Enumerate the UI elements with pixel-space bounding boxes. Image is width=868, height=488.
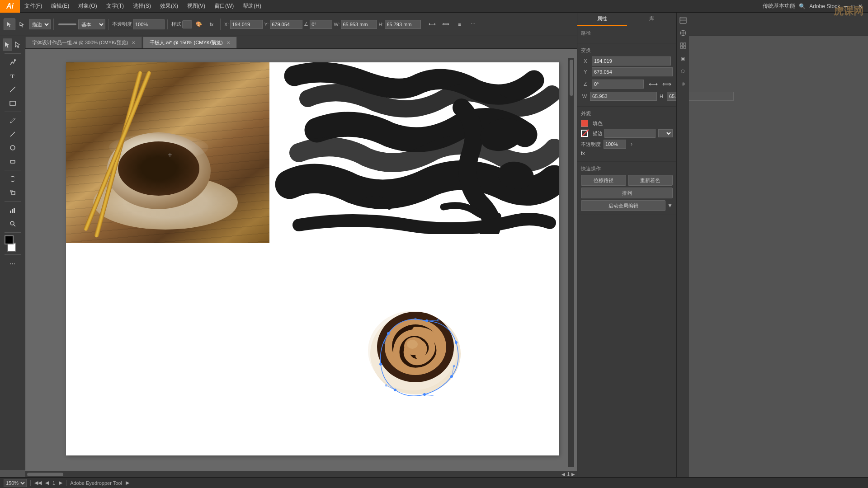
- panel-icon-2[interactable]: [678, 28, 688, 38]
- tool-separator-5: [5, 232, 21, 233]
- zoom-select[interactable]: 150%: [4, 479, 27, 487]
- panel-icon-1[interactable]: [678, 15, 688, 25]
- fx-icon[interactable]: fx: [206, 19, 217, 30]
- stroke-type-select[interactable]: 基本: [78, 19, 105, 29]
- arrange-btn[interactable]: 排列: [581, 188, 673, 198]
- menu-help[interactable]: 帮助(H): [238, 0, 266, 12]
- rotate-tool[interactable]: [3, 173, 23, 185]
- recolor-icon[interactable]: 🎨: [193, 19, 205, 30]
- x-input[interactable]: [230, 20, 263, 29]
- flip-v-icon[interactable]: ⟺: [661, 78, 673, 90]
- panel-icon-4[interactable]: ▣: [678, 53, 688, 63]
- prev-artboard-btn[interactable]: ◀: [45, 480, 49, 486]
- stroke-mode-select[interactable]: 描边: [29, 19, 51, 29]
- appearance-title: 外观: [581, 110, 673, 117]
- horizontal-scrollbar[interactable]: ◀ 1 ▶: [25, 471, 577, 477]
- select-tool-btn[interactable]: [4, 19, 15, 30]
- angle-row: ∠ ⟷ ⟺: [581, 78, 673, 90]
- page-number: 1: [567, 472, 570, 477]
- panel-icon-5[interactable]: ⬡: [678, 66, 688, 76]
- pen-tool[interactable]: [3, 56, 23, 69]
- tool-separator-4: [5, 201, 21, 202]
- next-artboard-btn[interactable]: ▶: [59, 480, 62, 486]
- y-input[interactable]: [270, 20, 302, 29]
- next-page-btn[interactable]: ▶: [571, 472, 575, 477]
- fill-swatch[interactable]: [581, 120, 588, 127]
- reset-color-btn[interactable]: 重新着色: [628, 175, 673, 186]
- paintbrush-tool[interactable]: [3, 114, 23, 127]
- svg-rect-86: [684, 46, 686, 48]
- menu-window[interactable]: 窗口(W): [210, 0, 238, 12]
- graph-tool[interactable]: [3, 204, 23, 216]
- move-separate-btn[interactable]: 位移路径: [581, 175, 626, 186]
- pencil-tool[interactable]: [3, 128, 23, 141]
- prev-page-icon[interactable]: ◀◀: [34, 480, 42, 486]
- line-tool[interactable]: [3, 83, 23, 96]
- tab-1-close[interactable]: ✕: [226, 40, 230, 45]
- align-btn[interactable]: ≡: [453, 19, 465, 30]
- opacity-expand-btn[interactable]: ›: [631, 141, 632, 147]
- opacity-prop-label: 不透明度: [581, 141, 601, 148]
- tab-bar: 字体设计作品一组.ai @ 300% (CMYK/预览) ✕ 千板人.ai* @…: [25, 36, 577, 49]
- more-tools-btn[interactable]: ⋯: [3, 257, 23, 270]
- canvas-area[interactable]: +: [25, 49, 577, 474]
- style-swatch[interactable]: [182, 20, 192, 28]
- tab-0-close[interactable]: ✕: [132, 40, 135, 45]
- more-btn[interactable]: ⋯: [467, 19, 479, 30]
- tab-0-label: 字体设计作品一组.ai @ 300% (CMYK/预览): [32, 39, 128, 46]
- angle-label: ∠: [304, 21, 308, 27]
- stroke-options-select[interactable]: —: [658, 129, 673, 137]
- angle-prop-input[interactable]: [592, 80, 644, 89]
- tab-1[interactable]: 千板人.ai* @ 150% (CMYK/预览) ✕: [143, 37, 237, 48]
- svg-rect-8: [10, 211, 11, 213]
- global-edit-expand[interactable]: ▼: [667, 202, 673, 209]
- x-prop-input[interactable]: [592, 56, 671, 66]
- menu-object[interactable]: 对象(O): [74, 0, 101, 12]
- scale-tool[interactable]: [3, 186, 23, 199]
- opacity-input[interactable]: [133, 19, 165, 29]
- tab-library[interactable]: 库: [627, 13, 677, 26]
- panel-icon-3[interactable]: [678, 41, 688, 51]
- stroke-value-input[interactable]: [604, 129, 656, 138]
- width-input[interactable]: [341, 20, 377, 29]
- svg-text:T: T: [10, 73, 14, 80]
- fill-stroke-colors[interactable]: [5, 235, 21, 252]
- stroke-swatch[interactable]: [581, 130, 588, 137]
- menu-text[interactable]: 文字(T): [102, 0, 128, 12]
- quick-ops-row1: 位移路径 重新着色: [581, 175, 673, 186]
- global-edit-btn[interactable]: 启动全局编辑: [581, 200, 665, 211]
- tab-properties[interactable]: 属性: [577, 13, 627, 26]
- flip-icons-group[interactable]: ⟷: [647, 78, 659, 90]
- panel-icon-6[interactable]: ⊕: [678, 79, 688, 89]
- scroll-thumb-h[interactable]: [27, 473, 63, 476]
- direct-select-btn[interactable]: [16, 19, 28, 30]
- scroll-thumb-v[interactable]: [570, 60, 573, 96]
- menu-edit[interactable]: 编辑(E): [47, 0, 74, 12]
- menu-effect[interactable]: 效果(X): [156, 0, 183, 12]
- height-input[interactable]: [385, 20, 421, 29]
- brush-swatch-1[interactable]: [58, 23, 76, 25]
- vertical-scrollbar[interactable]: [568, 58, 574, 467]
- eraser-tool[interactable]: [3, 155, 23, 168]
- prev-page-btn[interactable]: ◀: [561, 472, 565, 477]
- document-canvas[interactable]: +: [66, 62, 559, 455]
- fill-label: 填色: [593, 120, 603, 127]
- selection-tool[interactable]: [3, 38, 12, 51]
- blob-tool[interactable]: [3, 141, 23, 154]
- flip-h-btn[interactable]: ⟷: [426, 19, 438, 30]
- opacity-prop-input[interactable]: [604, 140, 626, 149]
- menu-select[interactable]: 选择(S): [128, 0, 156, 12]
- direct-selection-tool[interactable]: [13, 38, 23, 51]
- menu-file[interactable]: 文件(F): [20, 0, 47, 12]
- tab-0[interactable]: 字体设计作品一组.ai @ 300% (CMYK/预览) ✕: [25, 37, 142, 48]
- type-tool[interactable]: T: [3, 70, 23, 82]
- rect-tool[interactable]: [3, 97, 23, 109]
- status-arrow[interactable]: ▶: [126, 480, 129, 486]
- w-prop-input[interactable]: [590, 92, 657, 101]
- y-prop-input[interactable]: [592, 67, 673, 76]
- menu-view[interactable]: 视图(V): [183, 0, 210, 12]
- flip-v-btn[interactable]: ⟺: [440, 19, 452, 30]
- zoom-tool[interactable]: [3, 217, 23, 230]
- angle-input[interactable]: [310, 20, 332, 29]
- logo-area[interactable]: [272, 243, 559, 455]
